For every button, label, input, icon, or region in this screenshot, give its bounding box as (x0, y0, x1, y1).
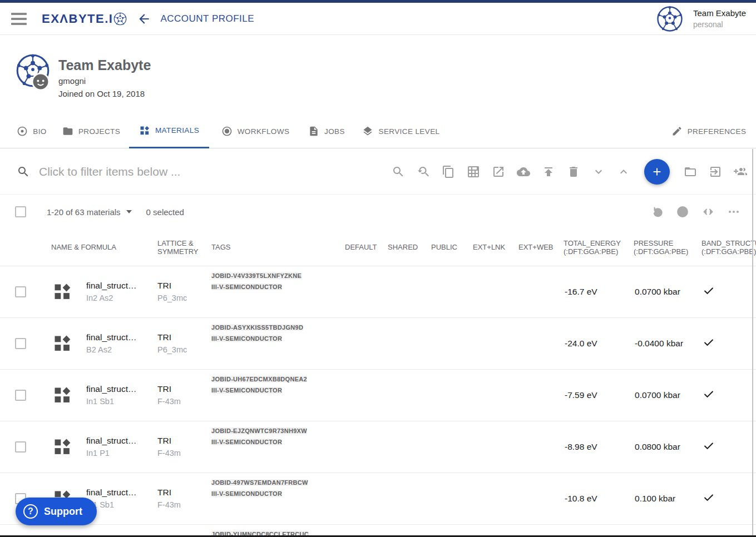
tab-materials[interactable]: MATERIALS (129, 114, 209, 148)
table-row[interactable]: final_struct… B2 As2 TRI P6_3mc JOBID-AS… (0, 317, 756, 369)
account-chip[interactable]: Team Exabyte personal (656, 6, 746, 32)
material-formula: B2 As2 (86, 345, 157, 354)
column-name-formula[interactable]: NAME & FORMULA (45, 229, 157, 266)
tab-service-level[interactable]: SERVICE LEVEL (357, 114, 445, 148)
cell-ext-web (518, 317, 564, 369)
table-row[interactable]: final_struct… In2 As2 TRI P6_3mc JOBID-V… (0, 266, 756, 317)
material-icon (52, 334, 72, 354)
tag-pill[interactable]: JOBID-EJZQNWTC9R73NH9XW (211, 427, 307, 434)
cell-public (431, 266, 473, 317)
tab-jobs[interactable]: JOBS (302, 114, 352, 148)
tag-pill[interactable]: JOBID-ASYXKISS5TBDJGN9D (211, 324, 303, 331)
add-material-button[interactable] (644, 159, 670, 185)
tag-list: JOBID-UH67EDCMXB8DQNEA2III-V-SEMICONDUCT… (211, 376, 345, 394)
material-name[interactable]: final_struct… (86, 384, 157, 394)
grid-view-button[interactable] (467, 165, 480, 178)
cell-default (345, 266, 388, 317)
cell-ext-web (518, 421, 564, 473)
tag-pill[interactable]: JOBID-497WS7EMDAN7FRBCW (211, 479, 308, 486)
tab-workflows[interactable]: WORKFLOWS (215, 114, 296, 148)
column-band-structure[interactable]: BAND_STRUCTURE(:DFT:GGA:PBE) (701, 229, 756, 266)
menu-icon[interactable] (11, 13, 27, 25)
tag-pill[interactable]: III-V-SEMICONDUCTOR (211, 387, 282, 394)
row-checkbox[interactable] (15, 286, 26, 297)
material-name[interactable]: final_struct… (86, 488, 157, 498)
cloud-upload-icon (517, 165, 530, 178)
support-button[interactable]: ? Support (16, 498, 97, 525)
cell-shared (388, 317, 431, 369)
material-name[interactable]: final_struct… (86, 332, 157, 342)
tag-pill[interactable]: III-V-SEMICONDUCTOR (211, 439, 282, 445)
cell-shared (388, 266, 431, 317)
column-shared[interactable]: SHARED (388, 229, 431, 266)
code-icon (701, 205, 715, 218)
column-ext-lnk[interactable]: EXT+LNK (473, 229, 518, 266)
expand-rows-button[interactable] (617, 165, 630, 178)
delete-button[interactable] (567, 165, 580, 178)
refresh-button[interactable] (650, 205, 664, 218)
select-all-checkbox[interactable] (15, 206, 26, 217)
import-button[interactable] (709, 165, 722, 178)
radio-target-icon (221, 126, 233, 137)
total-energy-value: -7.59 eV (564, 369, 634, 421)
back-button[interactable] (137, 12, 151, 26)
saved-search-button[interactable] (417, 165, 430, 178)
tag-pill[interactable]: III-V-SEMICONDUCTOR (211, 490, 282, 497)
cell-shared (388, 421, 431, 473)
exabyte-logo[interactable]: EXΛBYTE.I (42, 12, 127, 26)
column-default[interactable]: DEFAULT (345, 229, 388, 266)
tab-label: WORKFLOWS (238, 127, 290, 136)
column-ext-web[interactable]: EXT+WEB (518, 229, 564, 266)
open-in-new-button[interactable] (492, 165, 505, 178)
column-total-energy[interactable]: TOTAL_ENERGY(:DFT:GGA:PBE) (564, 229, 634, 266)
filter-input[interactable] (39, 165, 350, 178)
pagination-range[interactable]: 1-20 of 63 materials (47, 207, 132, 217)
pressure-value: 0.0700 kbar (634, 266, 701, 317)
tab-label: PROJECTS (78, 127, 120, 136)
table-row[interactable]: final_struct… In1 P1 TRI F-43m JOBID-EJZ… (0, 421, 756, 473)
material-icon (52, 282, 72, 302)
copy-button[interactable] (442, 165, 455, 178)
pressure-value: -0.0400 kbar (634, 317, 701, 369)
cell-ext-lnk (473, 369, 518, 421)
column-lattice-symmetry[interactable]: LATTICE & SYMMETRY (157, 229, 211, 266)
tag-pill[interactable]: III-V-SEMICONDUCTOR (211, 335, 282, 342)
table-header: NAME & FORMULA LATTICE & SYMMETRY TAGS D… (0, 229, 756, 266)
material-formula: In1 P1 (86, 449, 157, 458)
cell-shared (388, 473, 431, 524)
pressure-value: 0.0800 kbar (634, 421, 701, 473)
tag-pill[interactable]: III-V-SEMICONDUCTOR (211, 284, 282, 290)
table-row[interactable]: final_struct… In1 Sb1 TRI F-43m JOBID-UH… (0, 369, 756, 421)
row-checkbox[interactable] (15, 390, 26, 401)
more-options-button[interactable] (727, 205, 740, 218)
header-checkbox-spacer (0, 229, 45, 266)
pause-button[interactable] (676, 205, 689, 218)
column-public[interactable]: PUBLIC (431, 229, 473, 266)
preferences-button[interactable]: PREFERENCES (668, 114, 750, 148)
tab-label: JOBS (324, 127, 345, 136)
code-view-button[interactable] (701, 205, 715, 218)
folder-button[interactable] (684, 165, 697, 178)
account-avatar (656, 6, 683, 32)
rotate-left-icon (650, 205, 664, 218)
tab-bio[interactable]: BIO (10, 114, 53, 148)
total-energy-value: -24.0 eV (564, 317, 634, 369)
material-name[interactable]: final_struct… (86, 281, 157, 291)
upload-button[interactable] (542, 165, 555, 178)
cloud-upload-button[interactable] (517, 165, 530, 178)
table-row[interactable]: final_struct… In1 Sb1 TRI F-43m JOBID-49… (0, 473, 756, 524)
folder-icon (62, 126, 73, 137)
tag-pill[interactable]: JOBID-V4V339T5LXNFYZKNE (211, 272, 302, 279)
tab-projects[interactable]: PROJECTS (56, 114, 127, 148)
search-button[interactable] (392, 165, 405, 178)
column-tags[interactable]: TAGS (211, 229, 345, 266)
tag-pill[interactable]: JOBID-UH67EDCMXB8DQNEA2 (211, 376, 307, 382)
lattice-type: TRI (157, 384, 211, 394)
material-name[interactable]: final_struct… (86, 436, 157, 446)
row-checkbox[interactable] (15, 441, 26, 453)
materials-table: NAME & FORMULA LATTICE & SYMMETRY TAGS D… (0, 229, 756, 537)
share-with-team-button[interactable] (734, 165, 747, 178)
row-checkbox[interactable] (15, 338, 26, 349)
column-pressure[interactable]: PRESSURE(:DFT:GGA:PBE) (634, 229, 701, 266)
collapse-rows-button[interactable] (592, 165, 605, 178)
